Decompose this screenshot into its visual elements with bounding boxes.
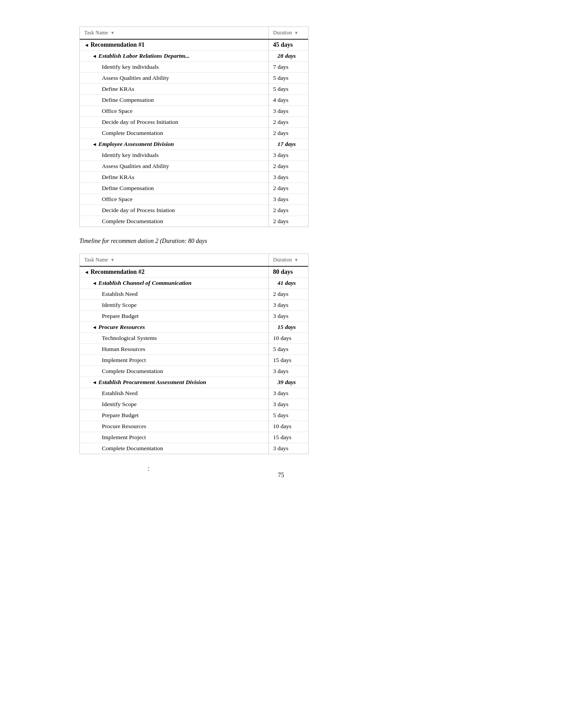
duration-cell: 2 days (268, 117, 308, 128)
task-cell: Establish Need (80, 388, 268, 399)
duration-cell: 5 days (268, 410, 308, 421)
task-cell: Complete Documentation (80, 128, 268, 139)
duration-cell: 41 days (268, 278, 308, 289)
task-cell: Implement Project (80, 355, 268, 366)
task-cell: Decide day of Process Iniation (80, 205, 268, 216)
duration-cell: 2 days (268, 128, 308, 139)
duration-cell: 7 days (268, 62, 308, 73)
duration-cell: 4 days (268, 95, 308, 106)
task-cell: Technological Systems (80, 333, 268, 344)
task-header-label: Task Name (84, 30, 108, 36)
table2-task-header[interactable]: Task Name ▼ (80, 254, 268, 266)
table-row: Decide day of Process Initiation2 days (80, 117, 308, 128)
table-row: ◄ Recommendation #145 days (80, 39, 308, 51)
table-row: ◄ Employee Assessment Division17 days (80, 139, 308, 150)
table-row: Identify key individuals3 days (80, 150, 308, 161)
duration-cell: 2 days (268, 183, 308, 194)
table-row: Decide day of Process Iniation2 days (80, 205, 308, 216)
triangle-icon: ◄ (92, 380, 97, 385)
duration-cell: 3 days (268, 443, 308, 454)
duration-cell: 17 days (268, 139, 308, 150)
colon-marker: : (148, 465, 149, 473)
duration-cell: 2 days (268, 205, 308, 216)
task-cell: Identify Scope (80, 399, 268, 410)
table-row: Identify key individuals7 days (80, 62, 308, 73)
duration-cell: 80 days (268, 266, 308, 278)
table2-duration-header[interactable]: Duration ▼ (268, 254, 308, 266)
duration2-header-label: Duration (273, 257, 292, 263)
task-cell: Human Resources (80, 344, 268, 355)
table2-container: Task Name ▼ Duration ▼ ◄ Recommendation … (79, 254, 309, 454)
duration-cell: 3 days (268, 172, 308, 183)
table1-task-header[interactable]: Task Name ▼ (80, 27, 268, 39)
triangle-icon: ◄ (92, 53, 97, 59)
table-row: Procure Resources10 days (80, 421, 308, 432)
table1-duration-header[interactable]: Duration ▼ (268, 27, 308, 39)
task-cell: Implement Project (80, 432, 268, 443)
task-cell: ◄ Employee Assessment Division (80, 139, 268, 150)
triangle-icon: ◄ (92, 142, 97, 147)
table-row: Define Compensation4 days (80, 95, 308, 106)
task-cell: Prepare Budget (80, 410, 268, 421)
task-cell: Identify key individuals (80, 62, 268, 73)
duration-cell: 10 days (268, 333, 308, 344)
table-row: Complete Documentation2 days (80, 128, 308, 139)
task-cell: Prepare Budget (80, 311, 268, 322)
duration-cell: 3 days (268, 300, 308, 311)
table-row: Define KRAs5 days (80, 84, 308, 95)
duration-cell: 39 days (268, 377, 308, 388)
table-row: Identify Scope3 days (80, 300, 308, 311)
duration-sort-icon[interactable]: ▼ (294, 30, 298, 35)
task-cell: Assess Qualities and Ability (80, 161, 268, 172)
task-cell: ◄ Establish Channel of Communication (80, 278, 268, 289)
table1-container: Task Name ▼ Duration ▼ ◄ Recommendation … (79, 26, 309, 227)
task-cell: Establish Need (80, 289, 268, 300)
duration-cell: 2 days (268, 289, 308, 300)
table-row: Assess Qualities and Ability2 days (80, 161, 308, 172)
triangle-icon: ◄ (92, 325, 97, 330)
table-row: Office Space3 days (80, 194, 308, 205)
task-cell: Assess Qualities and Ability (80, 73, 268, 84)
duration-cell: 10 days (268, 421, 308, 432)
duration-header-label: Duration (273, 30, 292, 36)
task-cell: ◄ Establish Labor Relations Departm... (80, 51, 268, 62)
duration-cell: 3 days (268, 194, 308, 205)
task-cell: Complete Documentation (80, 366, 268, 377)
table-row: Implement Project15 days (80, 432, 308, 443)
duration-cell: 5 days (268, 73, 308, 84)
table-row: Establish Need3 days (80, 388, 308, 399)
duration-cell: 5 days (268, 344, 308, 355)
table-row: Complete Documentation2 days (80, 216, 308, 227)
triangle-icon: ◄ (92, 280, 97, 286)
table-row: Complete Documentation3 days (80, 443, 308, 454)
duration-cell: 15 days (268, 322, 308, 333)
task-cell: ◄ Establish Procurement Assessment Divis… (80, 377, 268, 388)
table-row: ◄ Establish Procurement Assessment Divis… (80, 377, 308, 388)
task-cell: ◄ Procure Resources (80, 322, 268, 333)
table-row: Implement Project15 days (80, 355, 308, 366)
task-sort-icon[interactable]: ▼ (110, 30, 115, 35)
duration-cell: 2 days (268, 216, 308, 227)
duration-cell: 5 days (268, 84, 308, 95)
table-row: Define Compensation2 days (80, 183, 308, 194)
task-cell: Define KRAs (80, 84, 268, 95)
task-cell: Procure Resources (80, 421, 268, 432)
table-row: Office Space3 days (80, 106, 308, 117)
table-row: Human Resources5 days (80, 344, 308, 355)
task-cell: Office Space (80, 194, 268, 205)
table1: Task Name ▼ Duration ▼ ◄ Recommendation … (80, 27, 308, 227)
table-row: Prepare Budget3 days (80, 311, 308, 322)
task2-sort-icon[interactable]: ▼ (110, 258, 115, 262)
task-cell: Complete Documentation (80, 443, 268, 454)
duration-cell: 28 days (268, 51, 308, 62)
duration-cell: 2 days (268, 161, 308, 172)
duration2-sort-icon[interactable]: ▼ (294, 258, 298, 262)
duration-cell: 15 days (268, 432, 308, 443)
task2-header-label: Task Name (84, 257, 108, 263)
triangle-icon: ◄ (84, 269, 89, 275)
table-row: Technological Systems10 days (80, 333, 308, 344)
page-wrapper: Task Name ▼ Duration ▼ ◄ Recommendation … (79, 26, 483, 479)
duration-cell: 3 days (268, 388, 308, 399)
duration-cell: 3 days (268, 150, 308, 161)
duration-cell: 3 days (268, 399, 308, 410)
